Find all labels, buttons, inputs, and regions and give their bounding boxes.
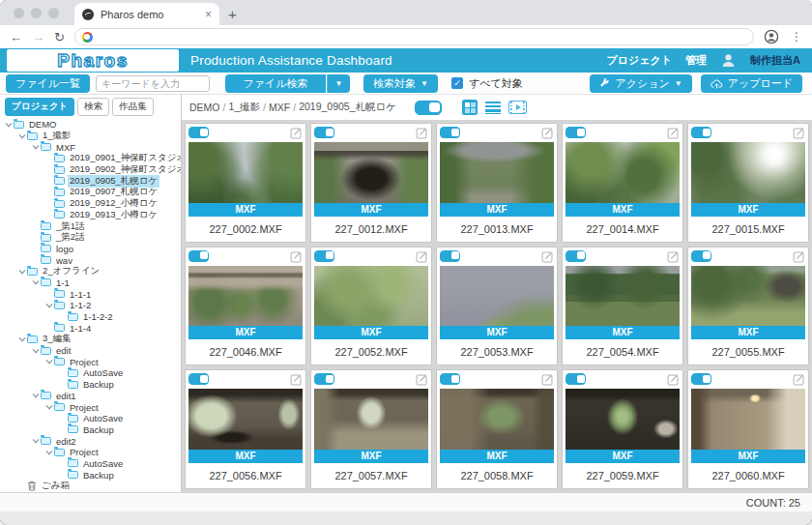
chevron-down-icon[interactable] <box>4 121 13 129</box>
file-thumbnail[interactable] <box>188 266 303 327</box>
browser-profile-icon[interactable] <box>764 29 779 44</box>
file-thumbnail[interactable] <box>314 142 428 203</box>
window-close-button[interactable] <box>14 8 24 18</box>
tree-item[interactable]: 1-1 <box>0 277 181 289</box>
file-thumbnail[interactable] <box>314 266 428 327</box>
tree-item[interactable]: 3_編集 <box>0 334 181 345</box>
file-search-button[interactable]: ファイル検索 <box>225 74 326 93</box>
breadcrumb-item[interactable]: MXF <box>269 102 290 113</box>
tree-item[interactable]: edit <box>0 345 181 357</box>
file-select-checkbox[interactable] <box>440 373 460 385</box>
file-thumbnail[interactable] <box>188 389 303 450</box>
tree-item[interactable]: 1-1-2-2 <box>0 311 181 323</box>
tree-item[interactable]: AutoSave <box>0 413 181 424</box>
file-thumbnail[interactable] <box>188 142 303 203</box>
tree-item[interactable]: 1_撮影 <box>0 131 181 142</box>
breadcrumb-item[interactable]: 2019_0905_札幌ロケ <box>299 101 396 114</box>
chevron-down-icon[interactable] <box>44 403 53 411</box>
nav-admin-link[interactable]: 管理 <box>685 53 707 68</box>
file-thumbnail[interactable] <box>440 389 554 450</box>
filmstrip-view-icon[interactable] <box>508 101 527 114</box>
chevron-down-icon[interactable] <box>31 437 40 445</box>
list-view-icon[interactable] <box>485 102 501 114</box>
file-thumbnail[interactable] <box>566 389 680 450</box>
edit-icon[interactable] <box>667 373 680 386</box>
tree-item[interactable]: wav <box>0 254 181 266</box>
file-select-checkbox[interactable] <box>691 373 711 385</box>
thumbnail-toggle[interactable] <box>415 101 442 115</box>
file-select-checkbox[interactable] <box>314 373 334 385</box>
edit-icon[interactable] <box>667 127 680 139</box>
chevron-down-icon[interactable] <box>31 143 40 151</box>
reload-icon[interactable]: ↻ <box>54 31 65 44</box>
browser-tab[interactable]: Pharos demo × <box>74 3 219 25</box>
edit-icon[interactable] <box>290 127 303 139</box>
tree-item[interactable]: 2_オフライン <box>0 266 181 277</box>
action-button[interactable]: アクション ▼ <box>590 74 691 93</box>
chevron-down-icon[interactable] <box>44 358 53 365</box>
edit-icon[interactable] <box>541 127 554 139</box>
file-select-checkbox[interactable] <box>691 250 711 262</box>
breadcrumb-item[interactable]: 1_撮影 <box>228 101 260 114</box>
edit-icon[interactable] <box>793 373 805 386</box>
file-thumbnail[interactable] <box>440 142 554 203</box>
file-select-checkbox[interactable] <box>566 373 586 385</box>
user-avatar-icon[interactable] <box>720 52 737 69</box>
edit-icon[interactable] <box>793 250 805 263</box>
chevron-down-icon[interactable] <box>44 449 53 456</box>
chevron-down-icon[interactable] <box>17 132 26 140</box>
tree-item[interactable]: Project <box>0 356 181 367</box>
edit-icon[interactable] <box>667 250 680 263</box>
tab-search[interactable]: 検索 <box>77 98 109 116</box>
window-minimize-button[interactable] <box>31 8 42 18</box>
file-select-checkbox[interactable] <box>440 127 460 138</box>
forward-icon[interactable]: → <box>32 31 44 44</box>
edit-icon[interactable] <box>416 250 428 263</box>
tree-item[interactable]: _第2話 <box>0 232 181 244</box>
tab-collections[interactable]: 作品集 <box>112 98 154 116</box>
chevron-down-icon[interactable] <box>31 392 40 399</box>
tree-item[interactable]: 2019_0913_小樽ロケ <box>0 210 181 221</box>
edit-icon[interactable] <box>541 250 554 263</box>
tree-item[interactable]: Backup <box>0 379 181 391</box>
file-select-checkbox[interactable] <box>188 127 209 138</box>
new-tab-button[interactable]: + <box>228 6 237 22</box>
nav-projects-link[interactable]: プロジェクト <box>607 53 673 68</box>
tree-item[interactable]: 1-1-2 <box>0 300 181 311</box>
file-thumbnail[interactable] <box>691 266 805 327</box>
chevron-down-icon[interactable] <box>17 268 26 276</box>
tree-item[interactable]: 2019_0901_神保町スタジオ <box>0 153 181 164</box>
url-field[interactable] <box>74 28 754 45</box>
tree-item[interactable]: ごみ箱 <box>0 481 181 492</box>
window-zoom-button[interactable] <box>48 8 59 18</box>
file-thumbnail[interactable] <box>691 389 805 450</box>
tree-item[interactable]: 2019_0907_札幌ロケ <box>0 187 181 198</box>
edit-icon[interactable] <box>290 250 303 263</box>
tree-item[interactable]: 1-1-1 <box>0 288 181 300</box>
edit-icon[interactable] <box>416 127 428 139</box>
tree-item[interactable]: Backup <box>0 424 181 436</box>
tree-item[interactable]: logo <box>0 244 181 255</box>
tree-item[interactable]: 2019_0905_札幌ロケ <box>0 175 181 187</box>
tree-item[interactable]: Backup <box>0 469 181 481</box>
tree-item[interactable]: 2019_0912_小樽ロケ <box>0 198 181 210</box>
chevron-down-icon[interactable] <box>31 347 40 355</box>
tree-item[interactable]: 2019_0902_神保町スタジオ <box>0 164 181 176</box>
breadcrumb-item[interactable]: DEMO <box>189 102 220 113</box>
tree-item[interactable]: 1-1-4 <box>0 322 181 334</box>
file-select-checkbox[interactable] <box>691 127 711 138</box>
upload-button[interactable]: アップロード <box>701 74 802 93</box>
file-thumbnail[interactable] <box>566 142 680 203</box>
tree-item[interactable]: DEMO <box>0 119 181 131</box>
file-select-checkbox[interactable] <box>188 373 209 385</box>
file-thumbnail[interactable] <box>440 266 554 327</box>
edit-icon[interactable] <box>793 127 805 139</box>
file-thumbnail[interactable] <box>566 266 680 327</box>
tree-item[interactable]: AutoSave <box>0 367 181 379</box>
chevron-down-icon[interactable] <box>44 302 53 309</box>
file-select-checkbox[interactable] <box>566 127 586 138</box>
chevron-down-icon[interactable] <box>31 278 40 286</box>
file-select-checkbox[interactable] <box>440 250 460 262</box>
search-target-button[interactable]: 検索対象 ▼ <box>363 74 438 93</box>
edit-icon[interactable] <box>290 373 303 386</box>
